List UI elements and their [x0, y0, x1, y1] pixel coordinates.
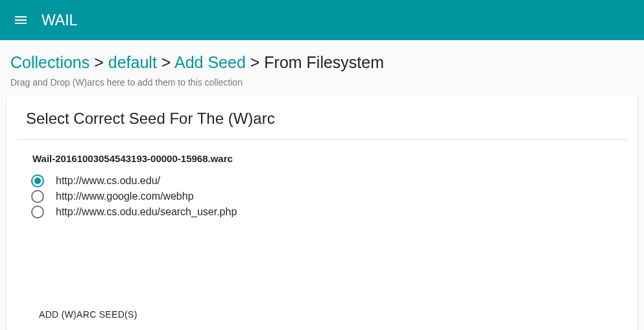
breadcrumb-separator: > [161, 53, 174, 71]
radio-icon [31, 174, 44, 187]
menu-button[interactable] [5, 5, 36, 36]
seed-radio-group: http://www.cs.odu.edu/ http://www.google… [6, 173, 638, 220]
warc-filename: Wail-20161003054543193-00000-15968.warc [6, 140, 638, 173]
svg-rect-2 [15, 23, 27, 24]
card-title: Select Correct Seed For The (W)arc [6, 110, 638, 139]
breadcrumb-section: Collections > default > Add Seed > From … [0, 40, 644, 95]
seed-option-0[interactable]: http://www.cs.odu.edu/ [31, 173, 618, 189]
radio-icon [31, 190, 44, 203]
breadcrumb-add-seed[interactable]: Add Seed [174, 53, 246, 71]
seed-option-label: http://www.google.com/webhp [56, 191, 194, 202]
add-warc-seeds-button[interactable]: ADD (W)ARC SEED(S) [39, 304, 137, 325]
breadcrumb-current: From Filesystem [264, 53, 384, 71]
breadcrumb-separator: > [94, 53, 108, 71]
breadcrumb-collections[interactable]: Collections [10, 53, 89, 71]
seed-select-card: Select Correct Seed For The (W)arc Wail-… [6, 95, 638, 330]
breadcrumb: Collections > default > Add Seed > From … [10, 52, 634, 73]
app-title: WAIL [42, 12, 77, 29]
seed-option-1[interactable]: http://www.google.com/webhp [31, 189, 618, 204]
seed-option-label: http://www.cs.odu.edu/ [56, 175, 160, 187]
breadcrumb-subtext: Drag and Drop (W)arcs here to add them t… [10, 77, 634, 88]
svg-rect-1 [15, 19, 27, 21]
svg-rect-0 [15, 16, 27, 18]
appbar: WAIL [0, 0, 644, 40]
seed-option-2[interactable]: http://www.cs.odu.edu/search_user.php [31, 204, 618, 220]
breadcrumb-separator: > [250, 53, 265, 71]
radio-icon [31, 206, 44, 218]
hamburger-icon [13, 12, 29, 28]
seed-option-label: http://www.cs.odu.edu/search_user.php [56, 206, 237, 218]
breadcrumb-default[interactable]: default [108, 53, 157, 71]
